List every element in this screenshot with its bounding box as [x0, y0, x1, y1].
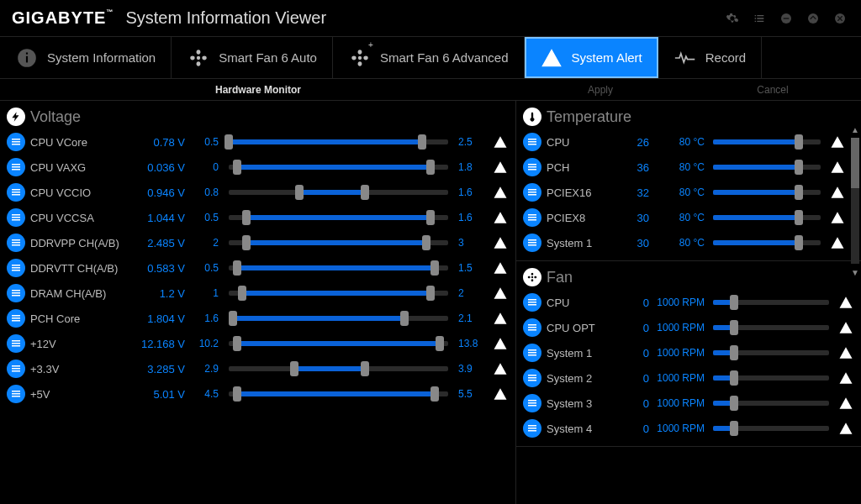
scrollbar-thumb[interactable] — [851, 138, 859, 188]
tab-system-alert[interactable]: System Alert — [525, 37, 658, 78]
range-slider[interactable] — [229, 286, 448, 300]
slider-thumb-high[interactable] — [436, 336, 444, 351]
slider-thumb-high[interactable] — [400, 311, 409, 326]
apply-button[interactable]: Apply — [516, 84, 684, 96]
row-icon[interactable] — [523, 158, 541, 176]
range-slider[interactable] — [229, 211, 448, 224]
temperature-scrollbar[interactable]: ▲ ▼ — [851, 126, 859, 277]
row-icon[interactable] — [7, 334, 25, 353]
row-icon[interactable] — [523, 344, 541, 362]
slider-thumb[interactable] — [795, 185, 803, 200]
range-slider[interactable] — [713, 296, 829, 309]
range-slider[interactable] — [713, 396, 829, 410]
row-icon[interactable] — [7, 360, 25, 378]
warning-icon[interactable] — [837, 370, 854, 386]
warning-icon[interactable] — [492, 386, 509, 402]
slider-thumb-high[interactable] — [361, 185, 369, 200]
tab-record[interactable]: Record — [658, 37, 762, 78]
slider-thumb-low[interactable] — [233, 386, 241, 402]
range-slider[interactable] — [713, 211, 821, 224]
row-icon[interactable] — [523, 318, 541, 337]
slider-thumb[interactable] — [730, 345, 738, 360]
range-slider[interactable] — [229, 387, 448, 401]
warning-icon[interactable] — [829, 184, 846, 201]
slider-thumb[interactable] — [795, 160, 803, 175]
range-slider[interactable] — [713, 236, 821, 249]
range-slider[interactable] — [229, 236, 448, 249]
slider-thumb-low[interactable] — [233, 160, 241, 175]
range-slider[interactable] — [713, 186, 821, 199]
row-icon[interactable] — [7, 234, 25, 252]
warning-icon[interactable] — [492, 134, 509, 150]
slider-thumb-low[interactable] — [242, 210, 251, 225]
row-icon[interactable] — [7, 284, 25, 302]
slider-thumb[interactable] — [730, 421, 738, 436]
minimize-icon[interactable] — [777, 9, 795, 28]
settings-icon[interactable] — [723, 9, 742, 28]
range-slider[interactable] — [713, 346, 829, 360]
slider-thumb[interactable] — [795, 235, 803, 250]
slider-thumb-low[interactable] — [290, 361, 298, 376]
slider-thumb-high[interactable] — [361, 361, 369, 376]
warning-icon[interactable] — [837, 344, 854, 361]
close-icon[interactable] — [831, 9, 849, 28]
slider-thumb[interactable] — [795, 134, 803, 150]
row-icon[interactable] — [523, 234, 541, 252]
slider-thumb-low[interactable] — [295, 185, 304, 200]
row-icon[interactable] — [7, 259, 25, 277]
warning-icon[interactable] — [492, 184, 509, 201]
scroll-up-icon[interactable]: ▲ — [851, 126, 859, 134]
slider-thumb[interactable] — [730, 370, 738, 386]
slider-thumb-low[interactable] — [224, 134, 233, 150]
warning-icon[interactable] — [837, 319, 854, 336]
range-slider[interactable] — [229, 312, 448, 325]
warning-icon[interactable] — [492, 335, 509, 352]
row-icon[interactable] — [7, 208, 25, 227]
range-slider[interactable] — [713, 160, 821, 174]
warning-icon[interactable] — [492, 310, 509, 327]
warning-icon[interactable] — [829, 159, 846, 176]
warning-icon[interactable] — [829, 234, 846, 251]
slider-thumb[interactable] — [730, 320, 738, 335]
slider-thumb-high[interactable] — [426, 286, 435, 301]
range-slider[interactable] — [229, 160, 448, 174]
row-icon[interactable] — [7, 309, 25, 328]
slider-thumb-high[interactable] — [422, 235, 430, 250]
scroll-down-icon[interactable]: ▼ — [851, 269, 859, 277]
row-icon[interactable] — [523, 394, 541, 412]
range-slider[interactable] — [713, 321, 829, 334]
range-slider[interactable] — [713, 135, 821, 149]
range-slider[interactable] — [229, 135, 448, 149]
slider-thumb-high[interactable] — [430, 260, 439, 276]
row-icon[interactable] — [523, 133, 541, 151]
warning-icon[interactable] — [837, 395, 854, 412]
warning-icon[interactable] — [829, 209, 846, 226]
range-slider[interactable] — [713, 371, 829, 385]
warning-icon[interactable] — [837, 294, 854, 311]
row-icon[interactable] — [7, 133, 25, 151]
warning-icon[interactable] — [492, 159, 509, 176]
range-slider[interactable] — [229, 362, 448, 375]
range-slider[interactable] — [713, 422, 829, 435]
slider-thumb-high[interactable] — [418, 134, 426, 150]
warning-icon[interactable] — [492, 209, 509, 226]
slider-thumb-low[interactable] — [233, 260, 241, 276]
tab-system-information[interactable]: System Information — [0, 37, 172, 78]
warning-icon[interactable] — [492, 285, 509, 302]
slider-thumb-low[interactable] — [229, 311, 237, 326]
range-slider[interactable] — [229, 337, 448, 350]
cancel-button[interactable]: Cancel — [684, 84, 861, 96]
row-icon[interactable] — [523, 183, 541, 202]
expand-icon[interactable] — [804, 9, 822, 28]
slider-thumb[interactable] — [730, 295, 738, 310]
row-icon[interactable] — [523, 208, 541, 227]
list-icon[interactable] — [750, 9, 769, 28]
warning-icon[interactable] — [837, 420, 854, 437]
warning-icon[interactable] — [829, 134, 846, 150]
slider-thumb-high[interactable] — [426, 210, 435, 225]
tab-smart-fan-advanced[interactable]: + Smart Fan 6 Advanced — [333, 37, 525, 78]
row-icon[interactable] — [7, 158, 25, 176]
row-icon[interactable] — [523, 419, 541, 438]
slider-thumb-high[interactable] — [426, 160, 435, 175]
slider-thumb[interactable] — [730, 396, 738, 411]
